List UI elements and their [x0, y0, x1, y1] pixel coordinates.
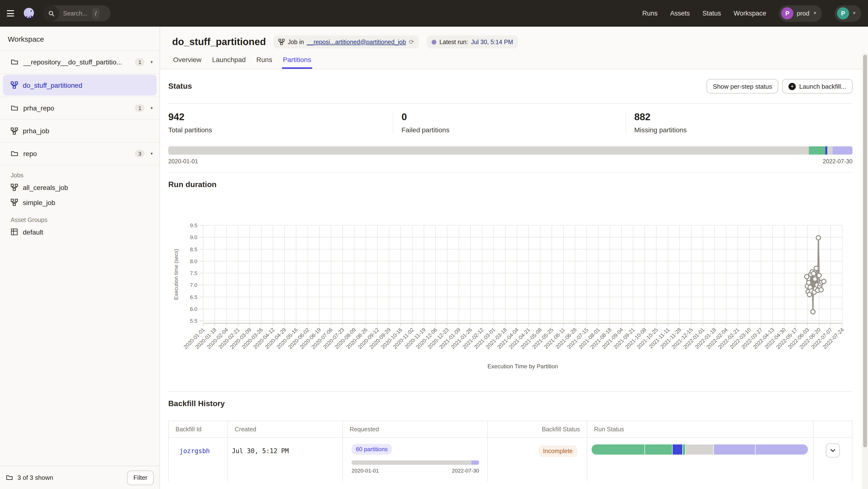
- bar-segment-missing: [351, 460, 471, 465]
- bar-segment-queued: [833, 146, 852, 155]
- tab-launchpad[interactable]: Launchpad: [211, 56, 247, 69]
- data-point-marker: [804, 274, 809, 279]
- partition-range-start: 2020-01-01: [168, 158, 198, 165]
- data-point-marker: [811, 310, 815, 314]
- bar-segment-queued: [714, 445, 755, 455]
- y-tick-label: 8.5: [190, 247, 197, 253]
- column-header-backfill-id: Backfill Id: [169, 421, 228, 437]
- deployment-switcher[interactable]: P prod ▼: [779, 5, 822, 22]
- requested-partitions-tag[interactable]: 60 partitions: [351, 444, 392, 455]
- partition-range-end: 2022-07-30: [823, 158, 852, 165]
- app-window: / RunsAssetsStatusWorkspace P prod ▼ P ▼…: [0, 0, 868, 489]
- sidebar-item--repository-do-stuff-partitio-[interactable]: __repository__do_stuff_partitio...1▾: [0, 51, 159, 74]
- job-icon: [279, 39, 285, 45]
- asset-groups-section-label: Asset Groups: [0, 210, 159, 224]
- nav-status[interactable]: Status: [703, 10, 721, 17]
- data-point-marker: [813, 277, 817, 281]
- scrollbar-thumb[interactable]: [863, 55, 867, 447]
- workspace-sidebar: Workspace __repository__do_stuff_partiti…: [0, 27, 160, 489]
- stat-value: 942: [168, 111, 393, 123]
- refresh-icon[interactable]: ⟳: [409, 39, 414, 45]
- data-point-marker: [822, 279, 826, 284]
- scrollbar-track[interactable]: [862, 53, 868, 489]
- latest-run-link[interactable]: Jul 30, 5:14 PM: [471, 38, 513, 45]
- bar-segment-missing: [168, 146, 809, 155]
- bar-segment-queued: [755, 445, 808, 455]
- latest-run-tag: Latest run: Jul 30, 5:14 PM: [427, 35, 518, 48]
- latest-run-label: Latest run:: [439, 38, 468, 45]
- bar-segment-missing: [685, 445, 713, 455]
- sidebar-item-repo[interactable]: repo3▾: [0, 142, 159, 165]
- partition-status-bar: [168, 146, 852, 155]
- stat-label: Missing partitions: [634, 126, 852, 134]
- page-tabs: OverviewLaunchpadRunsPartitions: [172, 56, 852, 69]
- sidebar-item-default[interactable]: default: [0, 224, 159, 239]
- nav-workspace[interactable]: Workspace: [734, 10, 767, 17]
- y-tick-label: 5.5: [190, 318, 197, 324]
- stat-total-partitions: 942Total partitions: [168, 111, 393, 134]
- requested-range-end: 2022-07-30: [452, 468, 479, 474]
- top-navigation-bar: / RunsAssetsStatusWorkspace P prod ▼ P ▼: [0, 0, 868, 27]
- user-avatar: P: [837, 7, 849, 20]
- bar-segment-success: [809, 146, 826, 155]
- search-input[interactable]: [59, 10, 91, 17]
- table-header-row: Backfill IdCreatedRequestedBackfill Stat…: [169, 421, 852, 437]
- user-menu[interactable]: P ▼: [835, 5, 861, 22]
- data-point-marker: [814, 266, 818, 270]
- data-point-marker: [807, 280, 811, 285]
- jobs-section-label: Jobs: [0, 165, 159, 180]
- dagster-logo-icon[interactable]: [22, 7, 35, 20]
- requested-range-start: 2020-01-01: [351, 468, 379, 474]
- caret-down-icon[interactable]: ▾: [150, 150, 154, 157]
- launch-backfill-button[interactable]: + Launch backfill...: [782, 79, 852, 94]
- asset-group-icon: [11, 228, 18, 235]
- column-header-created: Created: [228, 421, 343, 437]
- sidebar-item-label: repo: [23, 150, 130, 158]
- job-icon: [11, 184, 18, 191]
- sidebar-item-simple-job[interactable]: simple_job: [0, 195, 159, 210]
- filter-button[interactable]: Filter: [127, 470, 154, 485]
- deployment-label: prod: [797, 10, 809, 17]
- stat-value: 0: [402, 111, 625, 123]
- tab-runs[interactable]: Runs: [255, 56, 273, 69]
- y-tick-label: 6.5: [190, 294, 197, 300]
- folder-icon: [6, 474, 13, 481]
- plus-circle-icon: +: [788, 83, 796, 90]
- status-heading: Status: [168, 82, 192, 91]
- bar-segment-in_progress: [673, 445, 683, 455]
- backfill-created-value: Jul 30, 5:12 PM: [232, 447, 289, 455]
- folder-icon: [11, 58, 19, 66]
- repos-shown-count: 3 of 3 shown: [18, 474, 53, 481]
- expand-row-button[interactable]: [826, 444, 840, 457]
- caret-down-icon[interactable]: ▾: [150, 59, 154, 65]
- column-header-actions: [814, 421, 852, 437]
- sidebar-item-all-cereals-job[interactable]: all_cereals_job: [0, 180, 159, 195]
- backfill-status-badge: Incomplete: [539, 445, 577, 457]
- nav-runs[interactable]: Runs: [642, 10, 657, 17]
- folder-icon: [11, 104, 19, 112]
- search-shortcut-badge: /: [92, 8, 99, 19]
- stat-value: 882: [634, 111, 852, 123]
- x-axis-title: Execution Time by Partition: [488, 363, 558, 369]
- data-point-marker: [816, 235, 820, 240]
- bar-segment-queued: [471, 460, 479, 465]
- nav-assets[interactable]: Assets: [670, 10, 690, 17]
- sidebar-item-prha-repo[interactable]: prha_repo1▾: [0, 97, 159, 120]
- sidebar-item-label: prha_job: [23, 127, 154, 135]
- show-per-step-status-button[interactable]: Show per-step status: [707, 79, 778, 94]
- job-icon: [11, 127, 18, 134]
- job-icon: [11, 82, 18, 89]
- item-count-badge: 3: [135, 150, 145, 158]
- tab-overview[interactable]: Overview: [172, 56, 203, 69]
- hamburger-menu-icon[interactable]: [7, 8, 18, 19]
- tab-partitions[interactable]: Partitions: [282, 56, 312, 69]
- caret-down-icon[interactable]: ▾: [150, 105, 154, 111]
- backfill-history-table: Backfill IdCreatedRequestedBackfill Stat…: [168, 421, 852, 481]
- sidebar-item-do-stuff-partitioned[interactable]: do_stuff_partitioned: [3, 75, 157, 95]
- y-tick-label: 8.0: [190, 258, 197, 264]
- folder-icon: [11, 150, 19, 158]
- job-origin-link[interactable]: __reposi...artitioned@partitioned_job: [307, 38, 406, 45]
- sidebar-item-prha-job[interactable]: prha_job: [0, 120, 159, 142]
- backfill-id-link[interactable]: jozrgsbh: [179, 447, 210, 455]
- column-header-run-status: Run Status: [587, 421, 814, 437]
